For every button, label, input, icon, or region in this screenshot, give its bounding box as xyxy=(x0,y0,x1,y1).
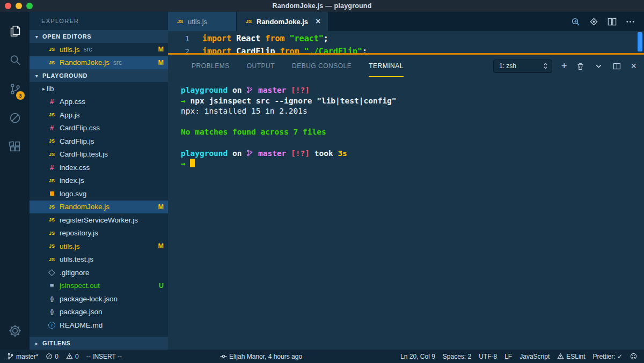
tree-file-README.md[interactable]: README.md xyxy=(30,318,168,332)
playground-header[interactable]: ▾ PLAYGROUND xyxy=(30,69,168,82)
status-bar-right: Ln 20, Col 9Spaces: 2UTF-8LFJavaScriptES… xyxy=(397,350,641,363)
terminal-lines: playground on master [!?]→ npx jsinspect… xyxy=(181,85,644,169)
status-item-encoding[interactable]: UTF-8 xyxy=(475,350,501,363)
code-token: "./CardFlip" xyxy=(304,47,362,53)
status-item-branch[interactable]: master* xyxy=(3,350,42,363)
editor-tab-bar: utils.jsRandomJoke.js× xyxy=(168,12,644,31)
split-panel-button[interactable] xyxy=(612,62,621,71)
status-item-feedback[interactable] xyxy=(626,350,641,363)
open-editor-RandomJoke.js[interactable]: RandomJoke.jssrcM xyxy=(30,56,168,70)
zoom-window-button[interactable] xyxy=(26,3,33,9)
gitlens-button[interactable] xyxy=(589,17,599,27)
js-file-icon xyxy=(47,176,56,185)
file-name: utils.test.js xyxy=(60,255,93,263)
vscode-window: RandomJoke.js — playground 3 EXPLORER ▾ … xyxy=(0,0,644,363)
tree-file-CardFlip.css[interactable]: CardFlip.css xyxy=(30,122,168,135)
tab-strip: utils.jsRandomJoke.js× xyxy=(168,12,328,31)
activity-debug[interactable] xyxy=(0,103,30,132)
activity-settings[interactable] xyxy=(0,316,30,345)
status-item-language[interactable]: JavaScript xyxy=(516,350,553,363)
more-actions-button[interactable] xyxy=(625,17,635,27)
tree-file-utils.js[interactable]: utils.jsM xyxy=(30,240,168,253)
open-editors-header[interactable]: ▾ OPEN EDITORS xyxy=(30,30,168,43)
close-window-button[interactable] xyxy=(5,3,11,9)
status-item-label: ESLint xyxy=(566,353,585,360)
split-editor-button[interactable] xyxy=(607,17,617,27)
smiley-icon xyxy=(630,353,637,360)
tree-folder-lib[interactable]: ▸lib xyxy=(30,82,168,95)
tree-file-jsinspect.out[interactable]: jsinspect.outU xyxy=(30,279,168,293)
tab-utils.js[interactable]: utils.js xyxy=(168,12,237,31)
warning-icon xyxy=(557,353,564,360)
tree-file-logo.svg[interactable]: logo.svg xyxy=(30,187,168,201)
open-changes-button[interactable] xyxy=(570,17,581,27)
editor-actions xyxy=(570,12,644,31)
playground-label: PLAYGROUND xyxy=(42,72,87,79)
activity-search[interactable] xyxy=(0,46,30,75)
terminal-shell-select[interactable]: 1: zsh xyxy=(493,60,552,73)
tree-file-utils.test.js[interactable]: utils.test.js xyxy=(30,253,168,266)
code-editor[interactable]: 1import React from "react";2import CardF… xyxy=(168,31,644,53)
status-item-eol[interactable]: LF xyxy=(501,350,516,363)
tree-file-registerServiceWorker.js[interactable]: registerServiceWorker.js xyxy=(30,213,168,227)
terminal-text: master xyxy=(253,149,286,158)
branch-icon xyxy=(246,149,253,158)
titlebar: RandomJoke.js — playground xyxy=(0,0,644,12)
minimize-window-button[interactable] xyxy=(16,3,22,9)
tree-file-index.css[interactable]: index.css xyxy=(30,161,168,174)
shell-select-value: 1: zsh xyxy=(499,62,516,70)
svg-file-icon xyxy=(47,189,56,198)
tree-file-App.js[interactable]: App.js xyxy=(30,108,168,122)
code-token: from xyxy=(280,47,299,53)
tree-file-package.json[interactable]: package.json xyxy=(30,306,168,319)
panel-controls: 1: zsh +× xyxy=(493,60,636,73)
terminal-text: master xyxy=(253,86,286,94)
open-editor-utils.js[interactable]: utils.jssrcM xyxy=(30,43,168,56)
tree-file-repository.js[interactable]: repository.js xyxy=(30,227,168,240)
activity-source-control[interactable]: 3 xyxy=(0,75,30,103)
status-item-cursor-position[interactable]: Ln 20, Col 9 xyxy=(397,350,439,363)
tree-file-.gitignore[interactable]: .gitignore xyxy=(30,266,168,279)
status-item-prettier[interactable]: Prettier: ✓ xyxy=(589,350,626,363)
panel-tab-debug-console[interactable]: DEBUG CONSOLE xyxy=(292,55,352,77)
panel-tab-output[interactable]: OUTPUT xyxy=(247,55,275,77)
scm-badge: 3 xyxy=(16,91,25,100)
status-item-vim-mode[interactable]: -- INSERT -- xyxy=(83,350,126,363)
gitlens-header[interactable]: ▸ GITLENS xyxy=(30,337,168,350)
tree-file-App.css[interactable]: App.css xyxy=(30,95,168,109)
status-item-gitlens-blame[interactable]: Elijah Manor, 4 hours ago xyxy=(216,350,306,363)
hide-panel-button[interactable] xyxy=(594,62,603,71)
js-file-icon xyxy=(47,150,56,159)
panel-tab-problems[interactable]: PROBLEMS xyxy=(192,55,230,77)
js-file-icon xyxy=(47,255,56,264)
tree-file-CardFlip.test.js[interactable]: CardFlip.test.js xyxy=(30,148,168,161)
js-file-icon xyxy=(47,45,56,54)
tree-file-index.js[interactable]: index.js xyxy=(30,174,168,188)
tab-RandomJoke.js[interactable]: RandomJoke.js× xyxy=(237,12,328,31)
activity-extensions[interactable] xyxy=(0,132,30,161)
status-item-warnings[interactable]: 0 xyxy=(62,350,83,363)
kill-terminal-button[interactable] xyxy=(576,62,585,71)
close-tab-icon[interactable]: × xyxy=(316,17,320,26)
editor-scrollbar[interactable] xyxy=(638,32,642,51)
status-item-indentation[interactable]: Spaces: 2 xyxy=(439,350,475,363)
branch-icon xyxy=(7,353,14,360)
tree-file-RandomJoke.js[interactable]: RandomJoke.jsM xyxy=(30,201,168,214)
tree-file-package-lock.json[interactable]: package-lock.json xyxy=(30,292,168,306)
activity-explorer[interactable] xyxy=(0,17,30,46)
panel-tab-terminal[interactable]: TERMINAL xyxy=(369,55,404,77)
file-name: jsinspect.out xyxy=(60,281,100,290)
gitlens-icon xyxy=(589,17,599,27)
file-name: registerServiceWorker.js xyxy=(60,216,138,224)
terminal[interactable]: playground on master [!?]→ npx jsinspect… xyxy=(168,77,644,350)
tree-file-CardFlip.js[interactable]: CardFlip.js xyxy=(30,135,168,148)
status-item-label: Spaces: 2 xyxy=(443,353,471,360)
terminal-text: on xyxy=(228,86,246,94)
status-item-eslint[interactable]: ESLint xyxy=(553,350,589,363)
new-terminal-button[interactable]: + xyxy=(561,61,567,71)
status-item-label: master* xyxy=(16,353,38,360)
close-panel-button[interactable]: × xyxy=(631,61,636,71)
bottom-panel: PROBLEMSOUTPUTDEBUG CONSOLETERMINAL 1: z… xyxy=(168,55,644,350)
status-item-errors[interactable]: 0 xyxy=(42,350,62,363)
more-actions-icon xyxy=(625,17,635,27)
